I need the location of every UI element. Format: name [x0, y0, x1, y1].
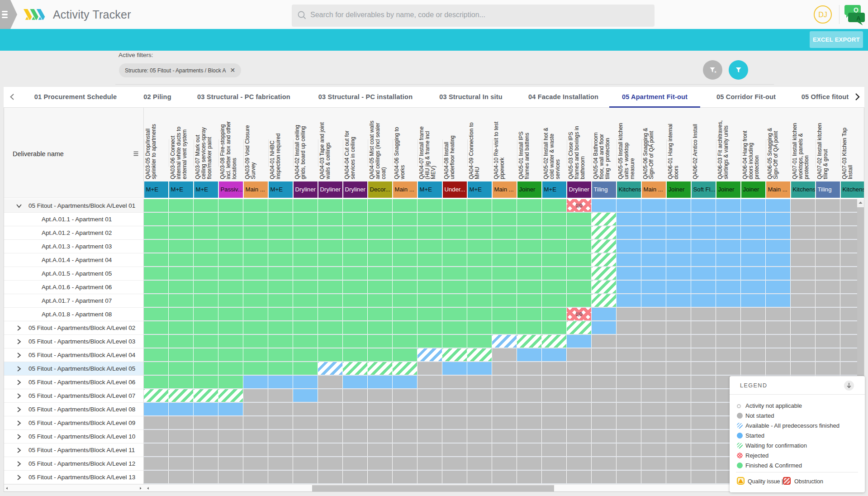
- svg-text:A: A: [856, 15, 861, 22]
- svg-text:Q: Q: [854, 6, 859, 14]
- svg-text:x: x: [715, 70, 717, 74]
